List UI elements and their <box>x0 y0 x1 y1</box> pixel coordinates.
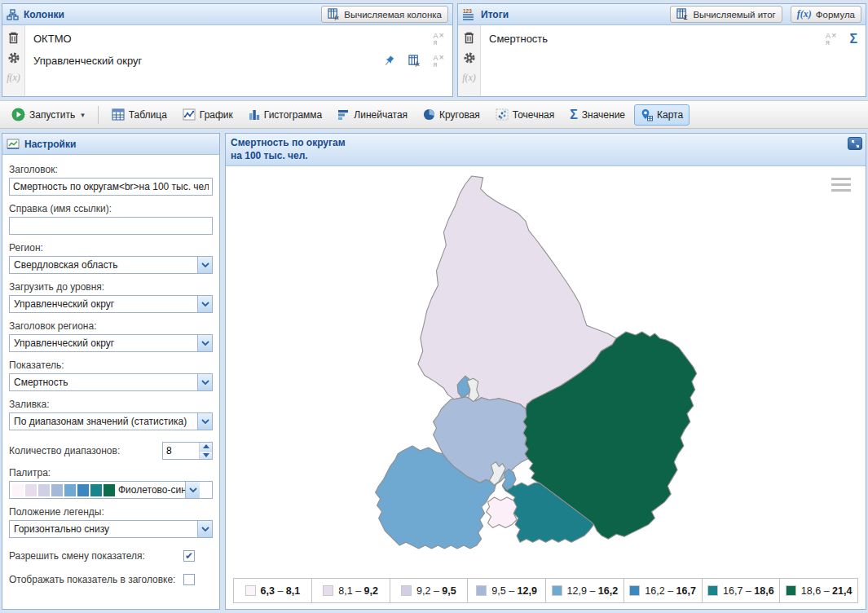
run-icon <box>11 108 25 121</box>
help-label: Справка (имя ссылки): <box>9 203 213 214</box>
sort-clear-icon[interactable]: Ая × <box>434 33 444 46</box>
legend-item[interactable]: 8,1 – 9,2 <box>311 578 390 603</box>
legend-item[interactable]: 16,2 – 16,7 <box>623 578 703 603</box>
palette-swatch <box>51 484 63 496</box>
spin-up-button[interactable] <box>200 443 212 451</box>
settings-body: Заголовок: Справка (имя ссылки): Регион:… <box>2 155 219 609</box>
column-row-oktmo[interactable]: ОКТМО Ая × <box>25 28 452 50</box>
sigma-icon: Σ <box>570 108 578 121</box>
view-barchart-button[interactable]: Линейчатая <box>331 105 414 125</box>
legend-position-select[interactable]: Горизонтально снизу <box>9 520 213 538</box>
totals-panel-body: f(x) Смертность Ая × Σ <box>458 25 866 96</box>
fx-icon[interactable]: f(x) <box>7 72 20 84</box>
totals-rows: Смертность Ая × Σ <box>481 25 866 96</box>
chevron-down-icon[interactable] <box>197 374 212 390</box>
sort-clear-icon[interactable]: Ая × <box>434 55 444 68</box>
view-linechart-button[interactable]: График <box>176 104 240 125</box>
totals-panel-title: Итоги <box>481 9 509 20</box>
aggregate-sigma-icon[interactable]: Σ <box>849 33 857 46</box>
chevron-down-icon[interactable] <box>197 257 212 273</box>
delete-icon[interactable] <box>463 31 475 44</box>
chevron-down-icon[interactable] <box>197 521 212 537</box>
legend-item[interactable]: 18,6 – 21,4 <box>779 578 858 603</box>
palette-swatch <box>12 484 24 496</box>
delete-icon[interactable] <box>7 31 20 44</box>
region-title-select[interactable]: Управленческий округ <box>9 334 213 352</box>
fx-icon[interactable]: f(x) <box>462 72 476 84</box>
view-map-button[interactable]: Карта <box>634 104 690 126</box>
column-row-district[interactable]: Управленческий округ fx Ая × <box>25 50 452 72</box>
view-value-button[interactable]: Σ Значение <box>563 104 632 126</box>
allow-indicator-change-label: Разрешить смену показателя: <box>9 550 145 562</box>
formula-icon: f(x) <box>797 8 812 20</box>
calculated-column-icon: fx <box>328 8 340 20</box>
view-histogram-button[interactable]: Гистограмма <box>242 104 328 125</box>
chevron-down-icon[interactable] <box>197 335 212 351</box>
view-scatter-button[interactable]: Точечная <box>489 104 561 125</box>
svg-text:fx: fx <box>415 60 420 67</box>
fill-label: Заливка: <box>9 399 213 410</box>
legend-item[interactable]: 6,3 – 8,1 <box>233 578 312 603</box>
top-row: Колонки fx Вычисляемая колонка f(x) <box>2 3 866 97</box>
view-piechart-button[interactable]: Круговая <box>416 104 487 125</box>
map-region-ekaterinburg[interactable] <box>487 497 517 527</box>
ranges-count-input[interactable] <box>163 443 199 459</box>
total-row-mortality[interactable]: Смертность Ая × Σ <box>481 28 866 50</box>
columns-panel: Колонки fx Вычисляемая колонка f(x) <box>2 3 453 97</box>
column-name: ОКТМО <box>33 33 72 45</box>
calculated-column-button[interactable]: fx Вычисляемая колонка <box>321 6 448 23</box>
sort-clear-icon[interactable]: Ая × <box>826 33 836 46</box>
formula-button[interactable]: f(x) Формула <box>791 6 861 23</box>
legend-swatch <box>552 585 562 596</box>
expand-icon[interactable] <box>848 137 862 150</box>
title-input[interactable] <box>9 178 213 196</box>
chevron-down-icon[interactable] <box>197 413 212 430</box>
map-legend: 6,3 – 8,1 8,1 – 9,2 9,2 – 9,5 9,5 – 12,9… <box>233 578 858 603</box>
title-label: Заголовок: <box>9 164 213 175</box>
line-chart-icon <box>183 108 196 121</box>
allow-indicator-change-checkbox[interactable]: ✔ <box>183 550 195 562</box>
indicator-select[interactable]: Смертность <box>9 373 213 391</box>
legend-item[interactable]: 16,7 – 18,6 <box>702 578 781 603</box>
help-input[interactable] <box>9 217 213 235</box>
palette-swatch <box>77 484 89 496</box>
gear-icon[interactable] <box>463 51 476 64</box>
palette-select[interactable]: Фиолетово-сине- <box>9 481 213 499</box>
choropleth-map[interactable] <box>226 171 866 573</box>
calculated-column-small-icon[interactable]: fx <box>408 55 421 67</box>
legend-item[interactable]: 12,9 – 16,2 <box>545 578 624 603</box>
toolbar: Запустить ▾ Таблица График Гистограмма Л… <box>0 100 868 129</box>
chevron-down-icon: ▾ <box>81 111 85 119</box>
legend-item[interactable]: 9,2 – 9,5 <box>390 578 469 603</box>
toolbar-separator <box>98 106 99 124</box>
legend-swatch <box>401 585 412 596</box>
gear-icon[interactable] <box>7 51 20 64</box>
map-title-line1: Смертность по округам <box>231 136 861 149</box>
view-table-button[interactable]: Таблица <box>105 104 174 125</box>
table-icon <box>112 108 125 121</box>
spin-down-button[interactable] <box>200 451 212 460</box>
chevron-down-icon[interactable] <box>197 296 212 312</box>
settings-chart-icon <box>7 139 20 150</box>
legend-swatch <box>323 585 333 596</box>
legend-item[interactable]: 9,5 – 12,9 <box>467 578 546 603</box>
ranges-count-stepper[interactable] <box>162 442 213 460</box>
columns-panel-header: Колонки fx Вычисляемая колонка <box>2 4 452 25</box>
chevron-down-icon[interactable] <box>185 482 200 498</box>
settings-panel: Настройки Заголовок: Справка (имя ссылки… <box>2 133 220 610</box>
map-title-line2: на 100 тыс. чел. <box>231 149 861 162</box>
pin-icon[interactable] <box>382 55 395 68</box>
columns-panel-title: Колонки <box>24 9 64 20</box>
show-indicator-in-title-checkbox[interactable] <box>183 574 195 585</box>
level-select[interactable]: Управленческий округ <box>9 295 213 313</box>
legend-swatch <box>245 585 256 596</box>
fill-select[interactable]: По диапазонам значений (статистика) <box>9 412 213 430</box>
calculated-total-button[interactable]: Σ Вычисляемый итог <box>670 6 782 23</box>
run-button[interactable]: Запустить ▾ <box>5 104 91 126</box>
svg-text:fx: fx <box>335 14 340 20</box>
settings-panel-title: Настройки <box>24 139 76 150</box>
pie-chart-icon <box>423 108 435 121</box>
region-select[interactable]: Свердловская область <box>9 256 213 274</box>
column-name: Управленческий округ <box>33 55 142 67</box>
map-body: 6,3 – 8,1 8,1 – 9,2 9,2 – 9,5 9,5 – 12,9… <box>226 166 866 609</box>
